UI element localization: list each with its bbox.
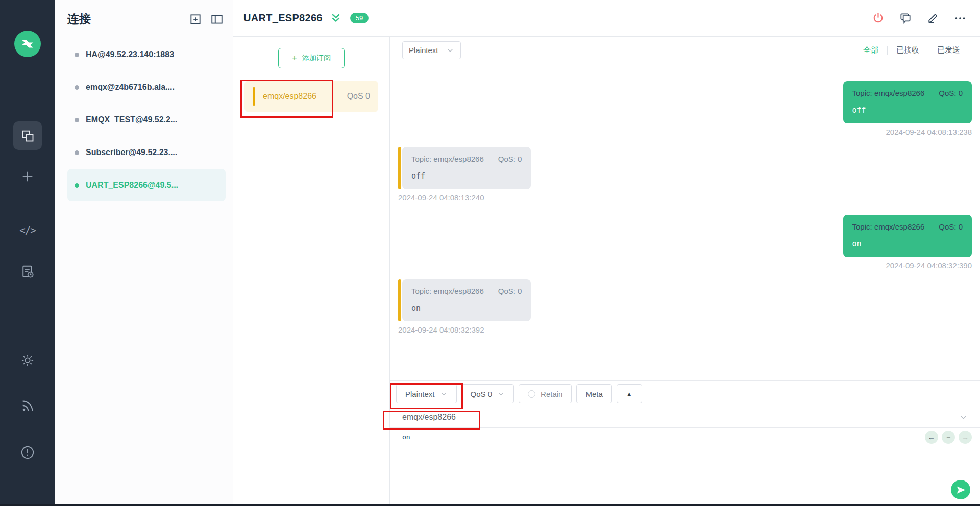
history-back-icon[interactable]: ← bbox=[925, 431, 938, 444]
disconnect-power-icon[interactable] bbox=[872, 12, 885, 24]
more-options-ellipsis-icon[interactable] bbox=[953, 12, 967, 25]
message-timestamp: 2024-09-24 04:08:32:392 bbox=[398, 325, 484, 334]
overlapping-squares-icon bbox=[20, 129, 35, 143]
qos-dropdown[interactable]: QoS 0 bbox=[461, 384, 514, 403]
connection-label: emqx@z4b6716b.ala.... bbox=[86, 83, 175, 92]
rss-icon bbox=[20, 399, 35, 413]
clear-messages-icon[interactable] bbox=[899, 12, 912, 25]
message-topic: Topic: emqx/esp8266 bbox=[852, 89, 925, 97]
message-bubble[interactable]: Topic: emqx/esp8266 QoS: 0 on bbox=[843, 215, 972, 257]
connection-header: UART_ESP8266 59 bbox=[233, 0, 980, 37]
subscription-item[interactable]: emqx/esp8266 QoS 0 bbox=[244, 81, 378, 112]
mqttx-app: </> bbox=[0, 0, 980, 506]
collapse-composer-button[interactable]: ▲ bbox=[617, 384, 642, 403]
connection-label: UART_ESP8266@49.5... bbox=[86, 181, 178, 190]
message-qos: QoS: 0 bbox=[498, 155, 522, 163]
message-filter-tabs: 全部 已接收 已发送 bbox=[854, 45, 969, 55]
message-received: Topic: emqx/esp8266 QoS: 0 off 2024-09-2… bbox=[398, 147, 972, 202]
connections-title: 连接 bbox=[67, 11, 189, 27]
connection-item[interactable]: HA@49.52.23.140:1883 bbox=[67, 38, 226, 71]
chevron-down-icon bbox=[497, 390, 505, 398]
nav-about-icon[interactable] bbox=[0, 445, 55, 460]
payload-format-dropdown[interactable]: Plaintext bbox=[396, 384, 457, 403]
message-bubble[interactable]: Topic: emqx/esp8266 QoS: 0 off bbox=[843, 81, 972, 123]
message-qos: QoS: 0 bbox=[939, 222, 963, 231]
connection-item[interactable]: Subscriber@49.52.23.... bbox=[67, 136, 226, 169]
gear-icon bbox=[20, 353, 35, 367]
message-topic: Topic: emqx/esp8266 bbox=[411, 155, 484, 163]
nav-news-icon[interactable] bbox=[0, 399, 55, 413]
message-topic: Topic: emqx/esp8266 bbox=[411, 287, 484, 295]
qos-value: QoS 0 bbox=[471, 390, 493, 398]
subscription-color-bar bbox=[398, 279, 401, 321]
retain-label: Retain bbox=[541, 390, 562, 398]
subscription-color-bar bbox=[398, 147, 401, 189]
message-bubble[interactable]: Topic: emqx/esp8266 QoS: 0 on bbox=[402, 279, 531, 321]
nav-script-icon[interactable]: </> bbox=[0, 224, 55, 236]
message-qos: QoS: 0 bbox=[939, 89, 963, 97]
chevron-down-icon bbox=[446, 46, 454, 55]
nav-new-connection-icon[interactable] bbox=[0, 169, 55, 184]
connection-status-dot bbox=[75, 183, 79, 188]
payload-value[interactable]: on bbox=[402, 433, 410, 441]
chevron-down-icon[interactable] bbox=[959, 413, 968, 422]
message-format-dropdown[interactable]: Plaintext bbox=[402, 41, 461, 59]
messages-panel: Plaintext 全部 已接收 已发送 bbox=[390, 37, 980, 506]
edit-pencil-icon[interactable] bbox=[926, 12, 939, 24]
format-value: Plaintext bbox=[409, 46, 438, 55]
message-sent: Topic: emqx/esp8266 QoS: 0 off 2024-09-2… bbox=[398, 81, 972, 136]
mqttx-logo[interactable] bbox=[14, 31, 41, 57]
double-chevron-down-icon[interactable] bbox=[330, 12, 342, 24]
new-connection-window-icon[interactable] bbox=[189, 13, 202, 26]
nav-log-icon[interactable] bbox=[0, 264, 55, 280]
subscription-topic: emqx/esp8266 bbox=[263, 92, 347, 101]
tab-received[interactable]: 已接收 bbox=[888, 45, 928, 55]
connection-status-dot bbox=[75, 150, 79, 155]
nav-settings-icon[interactable] bbox=[0, 353, 55, 367]
paper-plane-icon bbox=[956, 485, 966, 495]
connections-header: 连接 bbox=[67, 9, 226, 27]
message-timestamp: 2024-09-24 04:08:13:238 bbox=[886, 128, 972, 136]
connection-status-dot bbox=[75, 85, 79, 90]
nav-connections-icon[interactable] bbox=[0, 129, 55, 143]
tab-all[interactable]: 全部 bbox=[854, 45, 887, 55]
message-qos: QoS: 0 bbox=[498, 287, 522, 295]
message-timestamp: 2024-09-24 04:08:13:240 bbox=[398, 193, 484, 202]
message-payload: on bbox=[852, 239, 963, 248]
publish-composer: Plaintext QoS 0 bbox=[390, 380, 980, 506]
message-payload: off bbox=[852, 106, 963, 115]
subscription-qos: QoS 0 bbox=[347, 92, 370, 101]
triangle-up-icon: ▲ bbox=[626, 391, 632, 397]
plus-icon: + bbox=[292, 53, 297, 63]
chevron-down-icon bbox=[440, 390, 448, 398]
plus-icon bbox=[20, 169, 35, 184]
payload-history-controls: ← − → bbox=[925, 431, 972, 444]
topic-input[interactable] bbox=[402, 413, 959, 422]
connection-status-dot bbox=[75, 53, 79, 57]
document-clock-icon bbox=[20, 264, 35, 280]
message-bubble[interactable]: Topic: emqx/esp8266 QoS: 0 off bbox=[402, 147, 531, 189]
payload-editor[interactable]: on ← − → bbox=[390, 428, 980, 506]
add-subscription-button[interactable]: + 添加订阅 bbox=[278, 48, 345, 68]
message-timestamp: 2024-09-24 04:08:32:390 bbox=[886, 261, 972, 270]
connection-item-selected[interactable]: UART_ESP8266@49.5... bbox=[67, 169, 226, 201]
send-button[interactable] bbox=[951, 480, 970, 499]
topic-input-row bbox=[390, 407, 980, 428]
history-forward-icon[interactable]: → bbox=[959, 431, 972, 444]
connection-status-dot bbox=[75, 118, 79, 122]
meta-button[interactable]: Meta bbox=[576, 384, 611, 403]
message-payload: off bbox=[411, 171, 522, 181]
main-area: UART_ESP8266 59 bbox=[233, 0, 980, 506]
history-clear-icon[interactable]: − bbox=[942, 431, 955, 444]
connection-label: Subscriber@49.52.23.... bbox=[86, 148, 177, 157]
tab-published[interactable]: 已发送 bbox=[928, 45, 969, 55]
connection-item[interactable]: emqx@z4b6716b.ala.... bbox=[67, 71, 226, 104]
connection-item[interactable]: EMQX_TEST@49.52.2... bbox=[67, 104, 226, 136]
info-circle-icon bbox=[20, 445, 35, 460]
mqttx-logo-icon bbox=[20, 36, 35, 52]
toggle-sidebar-layout-icon[interactable] bbox=[210, 13, 224, 26]
message-sent: Topic: emqx/esp8266 QoS: 0 on 2024-09-24… bbox=[398, 215, 972, 270]
messages-controls: Plaintext 全部 已接收 已发送 bbox=[390, 37, 980, 64]
format-value: Plaintext bbox=[405, 390, 435, 398]
retain-toggle[interactable]: Retain bbox=[519, 384, 572, 403]
